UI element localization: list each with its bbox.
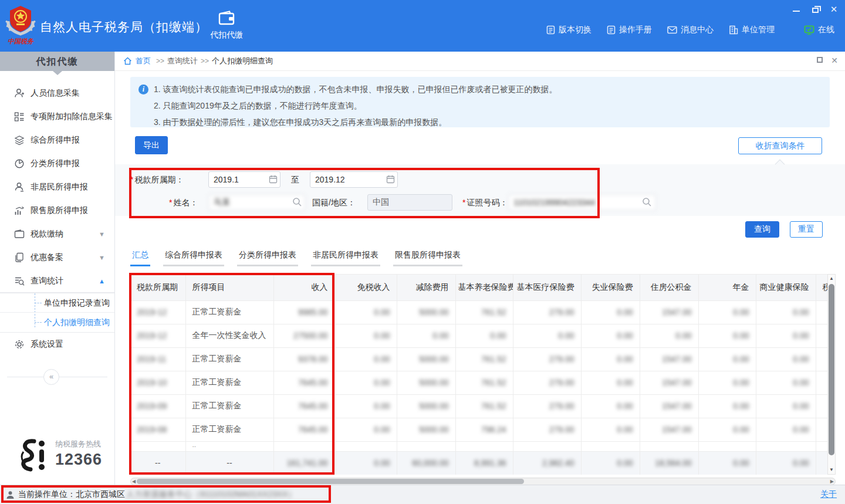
sidebar-item-personnel-info[interactable]: 人员信息采集 xyxy=(0,82,114,105)
layers-icon xyxy=(14,135,25,146)
breadcrumb-separator: >> xyxy=(201,57,209,65)
search-icon[interactable] xyxy=(292,197,302,207)
sidebar-item-label: 非居民所得申报 xyxy=(31,182,88,192)
id-number-label: *证照号码： xyxy=(462,198,508,208)
export-button[interactable]: 导出 xyxy=(135,136,168,154)
cell-unemployment: 0.00 xyxy=(581,418,640,441)
panel-close-icon[interactable]: ✕ xyxy=(831,57,838,64)
sidebar-item-classified-income[interactable]: 分类所得申报 xyxy=(0,152,114,175)
scroll-right-arrow[interactable]: ▶ xyxy=(830,478,834,485)
cell-pension xyxy=(455,441,513,451)
search-icon[interactable] xyxy=(642,197,651,207)
restore-button[interactable] xyxy=(810,4,820,14)
notice-line: 3. 由于数据处理的滞后性，建议您在申报成功3天之后再来查询最新的申报数据。 xyxy=(154,116,822,129)
menu-version-switch[interactable]: 版本切换 xyxy=(546,25,592,35)
id-number-input[interactable] xyxy=(508,194,656,211)
breadcrumb-level1[interactable]: 查询统计 xyxy=(167,56,198,66)
sidebar-item-comprehensive-income[interactable]: 综合所得申报 xyxy=(0,128,114,152)
reset-button[interactable]: 重置 xyxy=(790,221,823,238)
horizontal-scroll-thumb[interactable] xyxy=(137,479,524,484)
chevron-down-icon: ▼ xyxy=(99,254,105,261)
cell-unemployment: 0.00 xyxy=(581,451,640,475)
close-button[interactable]: ✕ xyxy=(829,4,839,14)
tab-nonresident[interactable]: 非居民所得申报表 xyxy=(311,249,380,266)
online-status[interactable]: 在线 xyxy=(804,25,834,35)
current-unit-prefix: 北京市西城区 xyxy=(76,489,125,500)
scroll-down-arrow[interactable]: ▼ xyxy=(828,466,835,474)
cell-unemployment: 0.00 xyxy=(581,347,640,371)
name-input[interactable] xyxy=(208,194,305,211)
sidebar-item-label: 综合所得申报 xyxy=(31,135,80,146)
table-row[interactable]: 2019-12全年一次性奖金收入27500.000.000.000.000.00… xyxy=(130,324,827,347)
cell-deduction: 5000.00 xyxy=(397,418,455,441)
wallet-folder-icon xyxy=(14,229,25,239)
table-row[interactable]: 2019-10正常工资薪金7645.000.005000.00761.52279… xyxy=(130,371,827,394)
scroll-up-arrow[interactable]: ▲ xyxy=(828,275,835,283)
collapse-query-button[interactable]: 收折查询条件 xyxy=(738,137,822,154)
cell-deduction: 5000.00 xyxy=(397,394,455,418)
menu-message-center[interactable]: 消息中心 xyxy=(667,25,714,35)
column-header-unemployment: 失业保险费 xyxy=(581,275,640,300)
table-row-partial[interactable]: .. xyxy=(130,441,827,451)
cell-deduction: 5000.00 xyxy=(397,300,455,324)
sidebar-item-preferential-record[interactable]: 优惠备案 ▼ xyxy=(0,246,114,269)
minimize-button[interactable] xyxy=(791,4,802,14)
cell-taxfree: 0.00 xyxy=(334,394,397,418)
tab-classified[interactable]: 分类所得申报表 xyxy=(237,249,298,266)
copy-icon xyxy=(14,252,25,263)
hotline-label: 纳税服务热线 xyxy=(55,439,101,449)
cell-pension: 8,991.36 xyxy=(455,451,513,475)
sidebar-subitem-personal-withholding-query[interactable]: 个人扣缴明细查询 xyxy=(0,313,114,332)
calendar-icon[interactable] xyxy=(386,175,396,184)
table-row[interactable]: 2019-09正常工资薪金7645.000.005000.00761.52279… xyxy=(130,394,827,418)
sidebar-item-nonresident-income[interactable]: 非居民所得申报 xyxy=(0,175,114,199)
cell-health: 0.00 xyxy=(756,300,816,324)
breadcrumb-home[interactable]: 首页 xyxy=(136,56,151,66)
sidebar-subitem-unit-declaration-query[interactable]: 单位申报记录查询 xyxy=(0,293,114,313)
cell-item: 正常工资薪金 xyxy=(185,418,273,441)
vertical-scroll-thumb[interactable] xyxy=(829,284,834,455)
tab-withholding[interactable]: 代扣代缴 xyxy=(203,11,250,40)
vertical-scrollbar[interactable]: ▲ ▼ xyxy=(827,274,836,475)
table-row[interactable]: 2019-08正常工资薪金7645.000.005000.00798.24279… xyxy=(130,418,827,441)
panel-maximize-icon[interactable] xyxy=(817,57,823,63)
sidebar-item-restricted-shares[interactable]: 限售股所得申报 xyxy=(0,199,114,222)
menu-unit-management[interactable]: 单位管理 xyxy=(729,25,775,35)
table-row[interactable]: 2019-12正常工资薪金9985.000.005000.00761.52279… xyxy=(130,300,827,324)
sidebar-panel-title: 代扣代缴 xyxy=(0,52,114,71)
wallet-icon xyxy=(218,11,235,26)
cell-housing: 1547.00 xyxy=(640,418,698,441)
person-add-icon xyxy=(14,88,25,99)
table-row[interactable]: 2019-11正常工资薪金9378.000.005000.00761.52279… xyxy=(130,347,827,371)
menu-manual[interactable]: 操作手册 xyxy=(607,25,652,35)
cell-taxfree: 0.00 xyxy=(334,300,397,324)
sidebar-item-tax-payment[interactable]: 税款缴纳 ▼ xyxy=(0,222,114,246)
cell-deduction: 0.00 xyxy=(397,324,455,347)
period-to-label: 至 xyxy=(291,175,299,185)
sidebar-item-query-statistics[interactable]: 查询统计 ▲ xyxy=(0,269,114,293)
panel-controls: ✕ xyxy=(817,57,838,64)
chevron-up-icon: ▲ xyxy=(99,278,105,285)
cell-taxfree xyxy=(334,441,397,451)
sidebar-item-special-deduction[interactable]: 专项附加扣除信息采集 xyxy=(0,105,114,128)
period-to-input[interactable] xyxy=(310,171,398,188)
calendar-icon[interactable] xyxy=(269,175,278,184)
svg-text:中国税务: 中国税务 xyxy=(8,38,34,45)
tab-summary[interactable]: 汇总 xyxy=(130,249,150,266)
column-header-medical: 基本医疗保险费 xyxy=(513,275,581,300)
query-button[interactable]: 查询 xyxy=(745,221,779,238)
column-header-income: 收入 xyxy=(273,275,334,300)
table-total-row[interactable]: ----161,741.000.0060,000.008,991.362,982… xyxy=(130,451,827,475)
cell-pension: 761.52 xyxy=(455,394,513,418)
cell-pension: 761.52 xyxy=(455,371,513,394)
sidebar-collapse-button[interactable]: « xyxy=(43,369,59,385)
gear-icon xyxy=(14,339,25,350)
about-link[interactable]: 关于 xyxy=(820,489,837,500)
tab-comprehensive[interactable]: 综合所得申报表 xyxy=(163,249,224,266)
scroll-left-arrow[interactable]: ◀ xyxy=(132,478,136,485)
tab-restricted-shares[interactable]: 限售股所得申报表 xyxy=(393,249,462,266)
menu-message-center-label: 消息中心 xyxy=(681,25,714,35)
sidebar-item-system-settings[interactable]: 系统设置 xyxy=(0,333,114,356)
cell-deduction: 5000.00 xyxy=(397,371,455,394)
cell-income: 27500.00 xyxy=(273,324,334,347)
